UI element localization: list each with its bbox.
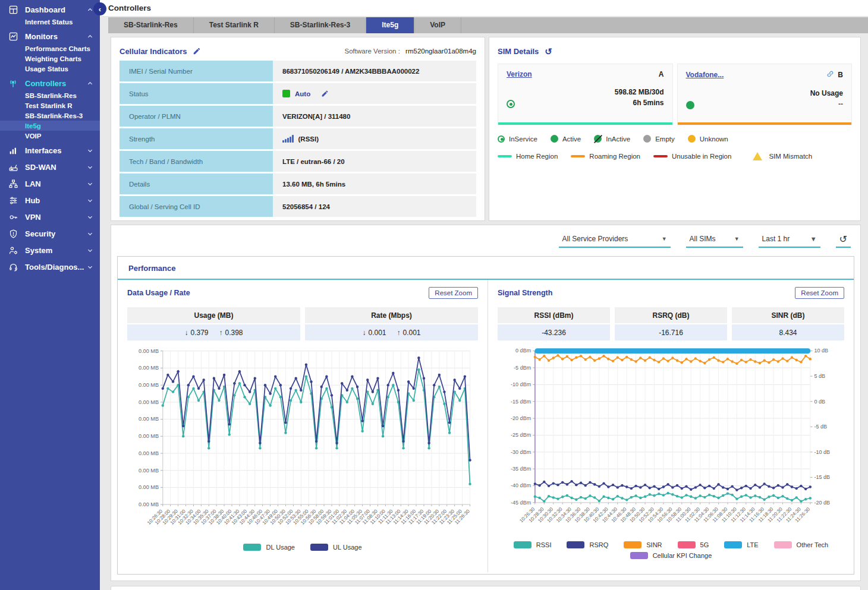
download-arrow-icon: ↓ — [362, 329, 366, 337]
sidebar-item-label: Controllers — [25, 79, 87, 88]
sidebar-item-label: Monitors — [25, 32, 87, 41]
refresh-icon[interactable]: ↺ — [545, 47, 552, 56]
sidebar-item-system[interactable]: System — [0, 244, 100, 257]
rsrq-swatch — [567, 541, 584, 548]
roaming-region-swatch — [571, 155, 585, 157]
home-region-swatch — [498, 155, 512, 157]
data-usage-chart[interactable]: 0.00 MB0.00 MB0.00 MB0.00 MB0.00 MB0.00 … — [127, 346, 478, 542]
sim-slot-label: A — [659, 70, 664, 78]
svg-text:-5 dBm: -5 dBm — [514, 365, 531, 371]
lan-icon — [7, 179, 19, 190]
time-range-select[interactable]: Last 1 hr ▼ — [759, 235, 820, 248]
svg-text:-40 dBm: -40 dBm — [511, 482, 531, 488]
sidebar-item-sb-starlink-res[interactable]: SB-Starlink-Res — [0, 90, 100, 100]
sidebar-item-hub[interactable]: Hub — [0, 194, 100, 207]
sidebar-item-lte5g[interactable]: lte5g — [0, 121, 100, 131]
chevron-down-icon[interactable] — [87, 181, 94, 188]
sidebar-item-test-starlink-r[interactable]: Test Starlink R — [0, 100, 100, 111]
svg-text:0.00 MB: 0.00 MB — [139, 450, 159, 456]
top-bar: Controllers — [100, 0, 868, 17]
sidebar-collapse-button[interactable]: ‹ — [93, 2, 106, 15]
charts-refresh-icon[interactable]: ↺ — [836, 234, 851, 248]
sidebar-item-vpn[interactable]: VPN — [0, 210, 100, 224]
sims-select[interactable]: All SIMs ▼ — [686, 235, 743, 248]
chevron-up-icon[interactable] — [87, 33, 94, 40]
svg-text:0.00 MB: 0.00 MB — [139, 484, 159, 490]
usage-chart-legend: DL Usage UL Usage — [127, 544, 478, 551]
svg-text:0.00 MB: 0.00 MB — [139, 416, 159, 422]
sidebar-item-interfaces[interactable]: Interfaces — [0, 144, 100, 157]
interfaces-icon — [7, 146, 19, 156]
sidebar-item-controllers[interactable]: Controllers — [0, 77, 100, 90]
sim-usage-value: 598.82 MB/30d — [615, 87, 664, 97]
link-icon — [826, 70, 834, 80]
chevron-down-icon[interactable] — [87, 214, 94, 221]
tab-lte5g[interactable]: lte5g — [366, 17, 414, 33]
performance-outer-panel: All Service Providers ▼ All SIMs ▼ Last … — [111, 225, 861, 581]
tab-voip[interactable]: VoIP — [414, 17, 461, 33]
tab-test-starlink-r[interactable]: Test Starlink R — [194, 17, 275, 33]
sd-wan-icon — [7, 162, 19, 173]
edit-pencil-icon[interactable] — [321, 90, 329, 97]
status-green-square — [282, 90, 290, 97]
ul-usage-swatch — [310, 544, 328, 551]
signal-strength-section: Signal Strength Reset Zoom RSSI (dBm) -4… — [488, 280, 854, 572]
sidebar-item-label: Tools/Diagnos... — [25, 263, 87, 272]
signal-chart-legend-row2: Cellular KPI Change — [498, 552, 844, 559]
tab-sb-starlink-res[interactable]: SB-Starlink-Res — [108, 17, 194, 33]
edit-pencil-icon[interactable] — [193, 47, 201, 55]
table-row-imei: IMEI / Serial Number 868371050206149 / A… — [119, 61, 476, 81]
warning-triangle-icon — [753, 152, 762, 160]
upload-arrow-icon: ↑ — [219, 329, 223, 337]
unknown-icon — [688, 135, 696, 143]
chevron-down-icon[interactable] — [87, 231, 94, 238]
sim-card-b[interactable]: Vodafone... B No Usage -- — [677, 64, 853, 125]
chevron-down-icon[interactable] — [87, 197, 94, 204]
chevron-down-icon[interactable] — [87, 247, 94, 254]
sidebar-item-security[interactable]: Security — [0, 227, 100, 241]
service-provider-select[interactable]: All Service Providers ▼ — [559, 235, 671, 248]
chevron-down-icon[interactable] — [87, 264, 94, 271]
inactive-icon — [594, 135, 602, 143]
inservice-icon — [498, 135, 505, 143]
sidebar-item-label: System — [25, 246, 87, 255]
sidebar-item-lan[interactable]: LAN — [0, 177, 100, 191]
sidebar-item-tools-diagnostics[interactable]: Tools/Diagnos... — [0, 260, 100, 274]
sim-usage-duration: 6h 5mins — [615, 97, 664, 108]
sidebar-item-dashboard[interactable]: Dashboard — [0, 3, 100, 17]
next-section-panel — [111, 586, 861, 590]
reset-zoom-button[interactable]: Reset Zoom — [795, 287, 844, 299]
signal-strength-chart[interactable]: 0 dBm-5 dBm-10 dBm-15 dBm-20 dBm-25 dBm-… — [498, 346, 844, 540]
dashboard-icon — [7, 5, 19, 15]
reset-zoom-button[interactable]: Reset Zoom — [429, 287, 478, 299]
shield-icon — [7, 229, 19, 239]
chevron-up-icon[interactable] — [87, 80, 94, 87]
sidebar-item-label: Hub — [25, 196, 87, 205]
chevron-down-icon[interactable] — [87, 147, 94, 154]
svg-text:-10 dBm: -10 dBm — [511, 381, 531, 387]
sidebar-item-monitors[interactable]: Monitors — [0, 30, 100, 43]
rssi-swatch — [514, 541, 532, 548]
sidebar-item-sd-wan[interactable]: SD-WAN — [0, 160, 100, 174]
sidebar-item-performance-charts[interactable]: Performance Charts — [0, 43, 100, 53]
cellular-indicators-title: Cellular Indicators — [119, 47, 187, 56]
sidebar-item-usage-status[interactable]: Usage Status — [0, 64, 100, 74]
sim-details-title: SIM Details — [498, 47, 539, 56]
sidebar-item-weighting-charts[interactable]: Weighting Charts — [0, 53, 100, 64]
svg-text:0.00 MB: 0.00 MB — [139, 399, 159, 405]
sim-card-a[interactable]: Verizon A 598.82 MB/30d 6h 5mins — [498, 64, 673, 125]
sim-usage-value: No Usage — [810, 88, 843, 99]
sidebar-item-voip[interactable]: VOIP — [0, 131, 100, 141]
sidebar-item-internet-status[interactable]: Internet Status — [0, 17, 100, 27]
other-tech-swatch — [774, 541, 792, 548]
sim-carrier-link[interactable]: Verizon — [507, 70, 532, 78]
performance-title: Performance — [118, 257, 854, 280]
signal-bars-icon — [282, 135, 294, 143]
chevron-down-icon[interactable] — [87, 164, 94, 171]
sim-carrier-link[interactable]: Vodafone... — [686, 71, 724, 79]
data-usage-title: Data Usage / Rate — [127, 289, 190, 297]
sim-details-panel: SIM Details ↺ Verizon A 598.82 MB/30d 6h… — [489, 37, 861, 221]
sidebar-item-sb-starlink-res-3[interactable]: SB-Starlink-Res-3 — [0, 111, 100, 121]
status-value: Auto — [295, 90, 310, 97]
tab-sb-starlink-res-3[interactable]: SB-Starlink-Res-3 — [275, 17, 366, 33]
